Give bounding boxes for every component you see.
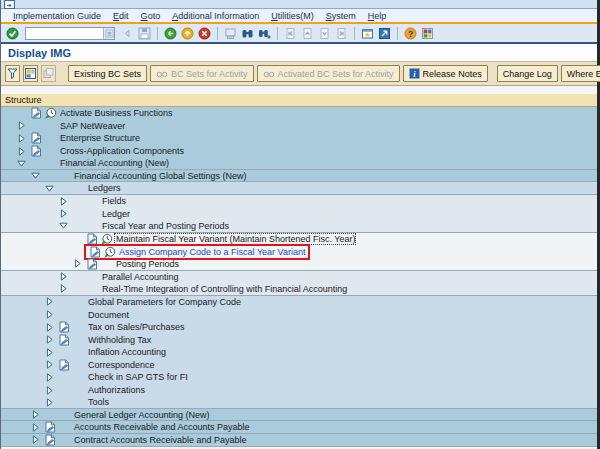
cancel-icon[interactable]: [197, 26, 212, 41]
tree-node-label[interactable]: Financial Accounting (New): [59, 158, 169, 168]
execute-activity-icon[interactable]: [43, 107, 59, 119]
tree-node-label[interactable]: Activate Business Functions: [59, 108, 173, 118]
tree-node-label[interactable]: Authorizations: [87, 385, 145, 395]
tree-node-label[interactable]: Withholding Tax: [87, 335, 151, 345]
img-activity-doc-icon[interactable]: [84, 258, 99, 270]
display-bc-sets-button[interactable]: [23, 65, 38, 82]
img-activity-doc-icon[interactable]: [56, 321, 71, 333]
img-activity-doc-icon[interactable]: [56, 359, 71, 371]
find-icon[interactable]: [240, 26, 255, 41]
tree-node-label[interactable]: Cross-Application Components: [59, 146, 184, 156]
img-activity-doc-icon[interactable]: [42, 421, 57, 433]
expand-node-icon[interactable]: [57, 196, 70, 207]
tree-node-label[interactable]: Correspondence: [87, 360, 155, 370]
enter-icon[interactable]: [5, 26, 20, 41]
tree-node-label[interactable]: Fields: [101, 196, 126, 206]
expand-node-icon[interactable]: [43, 322, 56, 333]
expand-node-icon[interactable]: [15, 133, 28, 144]
tree-row-fiscal-year-and-posting-periods[interactable]: Fiscal Year and Posting Periods: [1, 220, 597, 233]
tree-row-enterprise-structure[interactable]: Enterprise Structure: [1, 132, 597, 145]
tree-node-label[interactable]: Ledgers: [87, 183, 121, 193]
tree-row-ledger[interactable]: Ledger: [1, 208, 597, 221]
img-activity-doc-icon[interactable]: [56, 334, 71, 346]
release-notes-button[interactable]: iRelease Notes: [403, 65, 488, 82]
tree-row-document[interactable]: Document: [1, 308, 597, 321]
collapse-node-icon[interactable]: [43, 183, 56, 194]
tree-node-label[interactable]: Check in SAP GTS for FI: [87, 372, 188, 382]
tree-row-general-ledger-accounting-new[interactable]: General Ledger Accounting (New): [1, 409, 597, 422]
tree-row-tools[interactable]: Tools: [1, 396, 597, 409]
tree-node-label[interactable]: SAP NetWeaver: [59, 121, 125, 131]
menu-item-help[interactable]: Help: [362, 11, 393, 21]
expand-node-icon[interactable]: [29, 422, 42, 433]
menu-item-goto[interactable]: Goto: [135, 11, 167, 21]
tree-row-real-time-integration-of-controlling-with-financial-accounting[interactable]: Real-Time Integration of Controlling wit…: [1, 283, 597, 296]
change-log-button[interactable]: Change Log: [497, 65, 558, 82]
new-session-icon[interactable]: [360, 26, 375, 41]
command-input[interactable]: [26, 29, 103, 38]
tree-node-label[interactable]: Parallel Accounting: [101, 272, 179, 282]
tree-node-label[interactable]: Assign Company Code to a Fiscal Year Var…: [118, 247, 305, 257]
tree-node-label[interactable]: Posting Periods: [115, 259, 179, 269]
img-activity-doc-icon[interactable]: [42, 434, 57, 446]
execute-activity-icon[interactable]: [102, 246, 118, 258]
tree-node-label[interactable]: Tools: [87, 397, 109, 407]
tree-node-label[interactable]: Tax on Sales/Purchases: [87, 322, 185, 332]
tree-row-ledgers[interactable]: Ledgers: [1, 182, 597, 195]
tree-row-authorizations[interactable]: Authorizations: [1, 384, 597, 397]
tree-row-financial-accounting-global-settings-new[interactable]: Financial Accounting Global Settings (Ne…: [1, 170, 597, 183]
img-activity-doc-icon[interactable]: [87, 246, 102, 258]
menu-item-system[interactable]: System: [320, 11, 362, 21]
tree-node-label[interactable]: Ledger: [101, 209, 130, 219]
tree-row-correspondence[interactable]: Correspondence: [1, 359, 597, 372]
position-filter-button[interactable]: [5, 65, 20, 82]
tree-node-label[interactable]: Document: [87, 310, 129, 320]
collapse-node-icon[interactable]: [15, 158, 28, 169]
img-activity-doc-icon[interactable]: [28, 132, 43, 144]
menu-item-implementation-guide[interactable]: Implementation Guide: [7, 11, 107, 21]
expand-node-icon[interactable]: [29, 409, 42, 420]
tree-row-posting-periods[interactable]: Posting Periods: [1, 258, 597, 271]
tree-node-label[interactable]: Fiscal Year and Posting Periods: [101, 221, 229, 231]
expand-node-icon[interactable]: [43, 309, 56, 320]
customize-layout-icon[interactable]: [420, 26, 435, 41]
menu-item-utilities-m[interactable]: Utilities(M): [265, 11, 320, 21]
expand-node-icon[interactable]: [43, 359, 56, 370]
expand-node-icon[interactable]: [57, 208, 70, 219]
expand-node-icon[interactable]: [43, 347, 56, 358]
tree-node-label[interactable]: Global Parameters for Company Code: [87, 297, 241, 307]
expand-node-icon[interactable]: [43, 397, 56, 408]
create-shortcut-icon[interactable]: [377, 26, 392, 41]
tree-node-label[interactable]: Real-Time Integration of Controlling wit…: [101, 284, 347, 294]
tree-node-label[interactable]: Accounts Receivable and Accounts Payable: [73, 422, 250, 432]
expand-node-icon[interactable]: [71, 258, 84, 269]
tree-row-check-in-sap-gts-for-fi[interactable]: Check in SAP GTS for FI: [1, 371, 597, 384]
collapse-node-icon[interactable]: [57, 220, 70, 231]
tree-row-assign-company-code-to-a-fiscal-year-variant[interactable]: Assign Company Code to a Fiscal Year Var…: [1, 245, 597, 258]
tree-node-label[interactable]: Enterprise Structure: [59, 133, 140, 143]
expand-node-icon[interactable]: [43, 296, 56, 307]
back-icon[interactable]: [163, 26, 178, 41]
tree-row-contract-accounts-receivable-and-payable[interactable]: Contract Accounts Receivable and Payable: [1, 434, 597, 447]
expand-node-icon[interactable]: [15, 120, 28, 131]
tree-row-tax-on-sales-purchases[interactable]: Tax on Sales/Purchases: [1, 321, 597, 334]
expand-node-icon[interactable]: [43, 385, 56, 396]
collapse-node-icon[interactable]: [29, 170, 42, 181]
img-activity-doc-icon[interactable]: [28, 107, 43, 119]
tree-row-sap-netweaver[interactable]: SAP NetWeaver: [1, 120, 597, 133]
command-field[interactable]: [25, 27, 115, 40]
tree-node-label[interactable]: Inflation Accounting: [87, 347, 166, 357]
exit-icon[interactable]: [180, 26, 195, 41]
tree-row-financial-accounting-new[interactable]: Financial Accounting (New): [1, 157, 597, 170]
menu-item-edit[interactable]: Edit: [107, 11, 135, 21]
existing-bc-sets-button[interactable]: Existing BC Sets: [68, 65, 147, 82]
expand-node-icon[interactable]: [57, 283, 70, 294]
system-menu-icon[interactable]: [4, 0, 16, 9]
tree-row-accounts-receivable-and-accounts-payable[interactable]: Accounts Receivable and Accounts Payable: [1, 421, 597, 434]
expand-node-icon[interactable]: [15, 146, 28, 157]
tree-row-fields[interactable]: Fields: [1, 195, 597, 208]
tree-row-global-parameters-for-company-code[interactable]: Global Parameters for Company Code: [1, 296, 597, 309]
tree-node-label[interactable]: Contract Accounts Receivable and Payable: [73, 435, 247, 445]
img-activity-doc-icon[interactable]: [28, 145, 43, 157]
tree-row-parallel-accounting[interactable]: Parallel Accounting: [1, 271, 597, 284]
